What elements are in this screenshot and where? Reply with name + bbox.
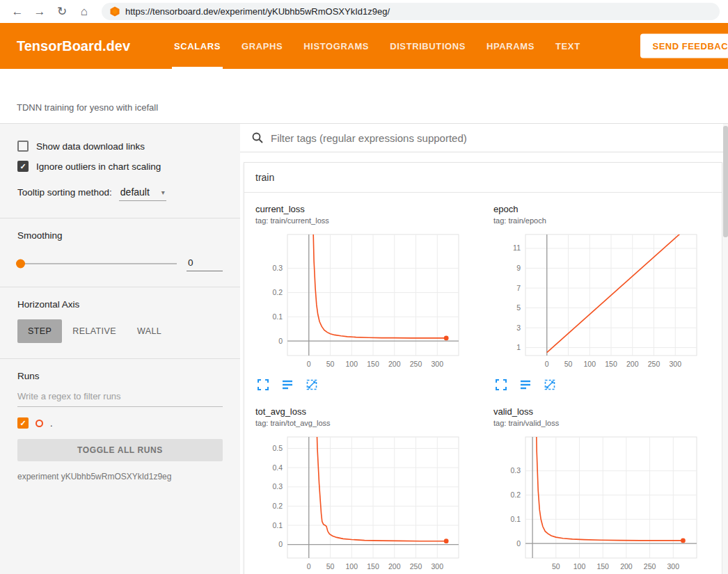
browser-chrome: ← → ↻ ⌂ https://tensorboard.dev/experime…	[0, 0, 728, 23]
svg-text:9: 9	[516, 264, 521, 272]
filter-tags-input[interactable]	[271, 132, 717, 144]
back-button[interactable]: ←	[7, 2, 28, 22]
toggle-all-runs-button[interactable]: TOGGLE ALL RUNS	[17, 439, 223, 461]
chevron-down-icon: ▾	[161, 189, 165, 196]
ignore-outliers-checkbox[interactable]: ✓	[17, 161, 29, 172]
svg-text:50: 50	[552, 562, 560, 571]
chart-plot[interactable]: 0501001502002503001357911	[493, 230, 702, 374]
smoothing-slider[interactable]	[17, 263, 177, 264]
svg-text:0: 0	[307, 562, 311, 571]
url-text: https://tensorboard.dev/experiment/yKUbh…	[125, 6, 390, 17]
svg-text:200: 200	[388, 562, 401, 571]
check-icon: ✓	[19, 420, 26, 427]
svg-text:250: 250	[648, 360, 660, 368]
run-selector-icon[interactable]	[519, 378, 532, 394]
svg-text:0.3: 0.3	[510, 466, 521, 475]
smoothing-value-input[interactable]: 0	[187, 256, 223, 271]
tag-group-header[interactable]: train	[244, 163, 722, 193]
tooltip-sorting-select[interactable]: default ▾	[119, 185, 166, 201]
tab-distributions[interactable]: DISTRIBUTIONS	[379, 23, 476, 69]
svg-text:150: 150	[367, 360, 379, 368]
expand-chart-icon[interactable]	[257, 378, 269, 394]
svg-text:0.2: 0.2	[510, 491, 521, 499]
chart-title: epoch	[493, 204, 706, 214]
horizontal-axis-label: Horizontal Axis	[17, 299, 223, 310]
svg-text:150: 150	[605, 360, 617, 368]
chart-toolbar	[493, 378, 706, 394]
svg-text:250: 250	[410, 562, 422, 571]
svg-text:0.3: 0.3	[272, 264, 283, 272]
expand-chart-icon[interactable]	[495, 378, 507, 394]
runs-filter-input[interactable]	[17, 387, 223, 407]
show-download-links-label: Show data download links	[36, 141, 145, 152]
send-feedback-button[interactable]: SEND FEEDBACK	[640, 34, 728, 58]
experiment-caption: experiment yKUbhb5wRmOSXYkId1z9eg	[17, 472, 223, 481]
svg-text:50: 50	[564, 360, 573, 368]
svg-text:200: 200	[626, 360, 639, 368]
tab-text[interactable]: TEXT	[545, 23, 591, 69]
run-selector-icon[interactable]	[281, 378, 294, 394]
show-download-links-checkbox[interactable]: ✓	[17, 141, 29, 152]
svg-text:300: 300	[431, 562, 443, 571]
tooltip-sorting-value: default	[120, 186, 150, 198]
scrollbar[interactable]	[723, 124, 728, 574]
svg-text:0: 0	[278, 540, 283, 548]
tag-group-card: train current_loss tag: train/current_lo…	[244, 162, 722, 574]
axis-relative-button[interactable]: RELATIVE	[62, 319, 127, 343]
svg-text:0.2: 0.2	[272, 288, 283, 296]
run-name: .	[50, 418, 53, 429]
tab-graphs[interactable]: GRAPHS	[231, 23, 293, 69]
svg-text:300: 300	[669, 360, 681, 368]
experiment-title: TDNN training for yesno with icefall	[17, 102, 158, 113]
experiment-title-bar: TDNN training for yesno with icefall	[0, 69, 728, 124]
chart-tag: tag: train/valid_loss	[493, 419, 706, 427]
axis-step-button[interactable]: STEP	[17, 319, 62, 343]
svg-text:200: 200	[620, 562, 633, 571]
tab-histograms[interactable]: HISTOGRAMS	[293, 23, 379, 69]
svg-text:7: 7	[516, 284, 521, 292]
scrollbar-thumb[interactable]	[723, 126, 728, 237]
chart-plot[interactable]: 05010015020025030000.10.20.3	[255, 230, 464, 374]
svg-text:0.1: 0.1	[272, 521, 283, 529]
svg-text:150: 150	[367, 562, 379, 571]
svg-text:0.5: 0.5	[272, 444, 283, 452]
dashboard-main: train current_loss tag: train/current_lo…	[240, 124, 728, 574]
fit-domain-icon[interactable]	[544, 378, 556, 394]
chart-plot[interactable]: 5010015020025030000.10.20.3	[493, 433, 702, 574]
svg-text:100: 100	[345, 562, 358, 571]
chart-title: tot_avg_loss	[255, 406, 468, 417]
fit-domain-icon[interactable]	[306, 378, 318, 394]
smoothing-label: Smoothing	[17, 230, 223, 241]
chart-tag: tag: train/tot_avg_loss	[255, 419, 468, 427]
svg-text:100: 100	[345, 360, 358, 368]
tab-hparams[interactable]: HPARAMS	[476, 23, 545, 69]
axis-wall-button[interactable]: WALL	[127, 319, 172, 343]
tensorboard-logo[interactable]: TensorBoard.dev	[17, 38, 130, 54]
tab-scalars[interactable]: SCALARS	[164, 23, 231, 69]
svg-text:11: 11	[513, 244, 521, 252]
svg-text:0: 0	[545, 360, 549, 368]
reload-button[interactable]: ↻	[52, 2, 72, 22]
chart-plot[interactable]: 05010015020025030000.10.20.30.40.5	[255, 433, 464, 574]
svg-text:1: 1	[516, 343, 521, 351]
svg-text:300: 300	[667, 562, 680, 571]
home-button[interactable]: ⌂	[74, 2, 95, 22]
chart-tag: tag: train/current_loss	[255, 216, 468, 225]
run-color-swatch	[35, 420, 43, 427]
svg-text:50: 50	[326, 562, 335, 571]
chart-toolbar	[255, 378, 468, 394]
chart-grid: current_loss tag: train/current_loss 050…	[244, 193, 722, 574]
svg-text:200: 200	[388, 360, 401, 368]
svg-text:0: 0	[307, 360, 311, 368]
svg-text:0.1: 0.1	[510, 515, 521, 523]
run-list-item: ✓ .	[17, 417, 223, 429]
svg-text:250: 250	[644, 562, 656, 571]
address-bar[interactable]: https://tensorboard.dev/experiment/yKUbh…	[102, 3, 720, 20]
chart-card: tot_avg_loss tag: train/tot_avg_loss 050…	[255, 406, 468, 574]
forward-button[interactable]: →	[29, 2, 50, 22]
app-header: TensorBoard.dev SCALARS GRAPHS HISTOGRAM…	[0, 23, 728, 69]
run-checkbox[interactable]: ✓	[17, 417, 29, 429]
chart-tag: tag: train/epoch	[493, 216, 706, 225]
svg-text:250: 250	[410, 360, 422, 368]
smoothing-slider-thumb[interactable]	[16, 260, 25, 269]
